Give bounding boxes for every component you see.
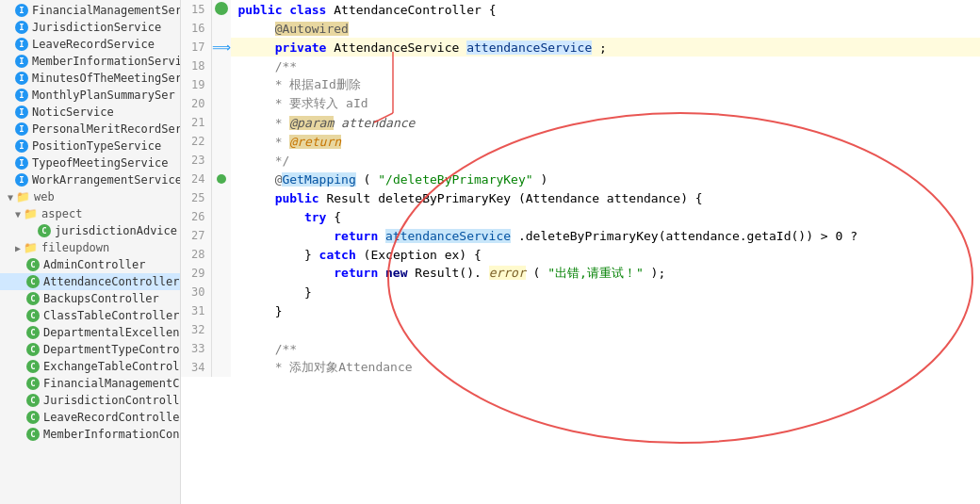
interface-icon: I (15, 72, 28, 85)
code-text: } (304, 285, 312, 300)
gutter-icon-cell (211, 339, 231, 358)
sidebar-folder-aspect[interactable]: ▼ 📁 aspect (0, 205, 180, 222)
code-line-33: /** (231, 339, 980, 358)
param-tag: @param (289, 116, 334, 130)
interface-icon: I (15, 4, 28, 17)
line-number: 31 (181, 301, 211, 320)
line-number: 28 (181, 245, 211, 264)
code-text: ; (599, 41, 607, 55)
code-line-16: @Autowired (231, 19, 980, 38)
gutter-icon-cell (211, 301, 231, 320)
code-line-29: return new Result(). error ( "出错,请重试！" )… (231, 264, 980, 283)
keyword-new: new (385, 266, 407, 280)
class-icon: C (26, 360, 40, 373)
table-row: 22 * @return (181, 132, 980, 151)
interface-icon: I (15, 139, 28, 153)
line-number: 30 (181, 283, 211, 301)
sidebar-item-jurisdiction-svc[interactable]: I JurisdictionService (0, 19, 180, 36)
sidebar-label: NoticService (32, 106, 114, 119)
param-value: attendance (341, 116, 415, 130)
code-table: 15 public class AttendanceController { 1… (181, 0, 980, 377)
sidebar-label: web (34, 190, 55, 203)
sidebar-folder-web[interactable]: ▼ 📁 web (0, 188, 180, 205)
code-line-34: * 添加对象Attendance (231, 358, 980, 377)
sidebar-item-personal-svc[interactable]: I PersonalMeritRecordServ (0, 121, 180, 138)
sidebar-label: PersonalMeritRecordServ (32, 122, 181, 136)
table-row: 24 @GetMapping ( "/deleteByPrimaryKey" ) (181, 170, 980, 188)
keyword-class: class (289, 3, 326, 17)
indent (238, 172, 268, 187)
line-number: 32 (181, 320, 211, 339)
sidebar-item-financialmgmt-ctrl[interactable]: C FinancialManagementCon (0, 375, 180, 392)
blue-arrow-icon: ⟹ (212, 40, 231, 55)
gutter-icon-cell (211, 358, 231, 377)
sidebar-item-depttype-ctrl[interactable]: C DepartmentTypeControlle (0, 341, 180, 358)
sidebar-item-memberinfo-svc[interactable]: I MemberInformationServi (0, 53, 180, 70)
sidebar-item-memberinfo-ctrl[interactable]: C MemberInformationCont (0, 426, 180, 443)
return-tag: @return (289, 135, 341, 149)
sidebar-item-notic-svc[interactable]: I NoticService (0, 104, 180, 121)
sidebar-label: PositionTypeService (32, 139, 161, 153)
table-row: 28 } catch (Exception ex) { (181, 245, 980, 264)
line-number: 15 (181, 0, 211, 19)
sidebar-item-backups-ctrl[interactable]: C BackupsController (0, 290, 180, 307)
sidebar-item-minutes-svc[interactable]: I MinutesOfTheMeetingSer (0, 70, 180, 87)
sidebar-item-monthlyplan-svc[interactable]: I MonthlyPlanSummarySer (0, 87, 180, 104)
indent (238, 229, 327, 243)
line-number: 20 (181, 94, 211, 113)
indent (238, 41, 268, 55)
green-dot-icon (217, 174, 226, 184)
code-line-25: public Result deleteByPrimaryKey (Attend… (231, 188, 980, 207)
keyword-return: return (334, 229, 378, 243)
code-text: ); (651, 266, 666, 280)
code-text: AttendanceController { (334, 3, 496, 17)
line-number: 22 (181, 132, 211, 151)
line-number: 21 (181, 113, 211, 132)
table-row: 25 public Result deleteByPrimaryKey (Att… (181, 188, 980, 207)
interface-icon: I (15, 156, 28, 170)
sidebar-item-leaverecord-svc[interactable]: I LeaveRecordService (0, 36, 180, 53)
line-number: 27 (181, 226, 211, 245)
sidebar-item-financial[interactable]: I FinancialManagementServ (0, 2, 180, 19)
folder-icon: 📁 (16, 190, 30, 203)
comment-add-text: * 添加对象Attendance (238, 360, 413, 374)
line-number: 18 (181, 57, 211, 75)
table-row: 31 } (181, 301, 980, 320)
sidebar-item-classtable-ctrl[interactable]: C ClassTableController (0, 307, 180, 324)
string-error: "出错,请重试！" (547, 266, 643, 280)
sidebar-item-workarrangement-svc[interactable]: I WorkArrangementService (0, 171, 180, 188)
sidebar-item-typeofmeeting-svc[interactable]: I TypeofMeetingService (0, 154, 180, 171)
sidebar-label: MemberInformationCont (43, 428, 181, 441)
indent (238, 59, 268, 73)
sidebar-item-position-svc[interactable]: I PositionTypeService (0, 138, 180, 154)
string-value: "/deleteByPrimaryKey" (378, 172, 532, 187)
sidebar-item-leaverecord-ctrl[interactable]: C LeaveRecordController (0, 409, 180, 426)
sidebar-item-admin-ctrl[interactable]: C AdminController (0, 256, 180, 273)
code-text: } (304, 248, 319, 262)
line-number: 34 (181, 358, 211, 377)
folder-expand-icon: ▶ (15, 243, 21, 253)
sidebar-item-jurisdiction-ctrl[interactable]: C JurisdictionController (0, 392, 180, 409)
code-line-17: private AttendanceService attendanceServ… (231, 38, 980, 57)
sidebar-item-exchange-ctrl[interactable]: C ExchangeTableController (0, 358, 180, 375)
sidebar-item-deptexcellence-ctrl[interactable]: C DepartmentalExcellenceR (0, 324, 180, 341)
sidebar-label: FinancialManagementCon (43, 377, 181, 390)
comment-text: * 根据aId删除 (238, 77, 361, 91)
gutter-icon-cell (211, 320, 231, 339)
sidebar[interactable]: I FinancialManagementServ I Jurisdiction… (0, 0, 181, 504)
code-text: (Attendance attendance) { (518, 191, 703, 205)
sidebar-item-jurisdiction-advice[interactable]: C jurisdictionAdvice (0, 222, 180, 239)
interface-icon: I (15, 21, 28, 34)
sidebar-item-attendance-ctrl[interactable]: C AttendanceController (0, 273, 180, 290)
gutter-icon-cell (211, 0, 231, 19)
line-number: 26 (181, 207, 211, 226)
class-icon: C (26, 428, 40, 441)
gutter-icon-cell (211, 207, 231, 226)
sidebar-label: JurisdictionService (32, 21, 161, 34)
green-indicator (215, 2, 228, 15)
sidebar-folder-fileupdown[interactable]: ▶ 📁 fileupdown (0, 239, 180, 256)
comment-open2: /** (275, 342, 297, 356)
sidebar-label: AttendanceController (43, 275, 180, 288)
class-icon: C (26, 292, 40, 305)
gutter-icon-cell (211, 283, 231, 301)
